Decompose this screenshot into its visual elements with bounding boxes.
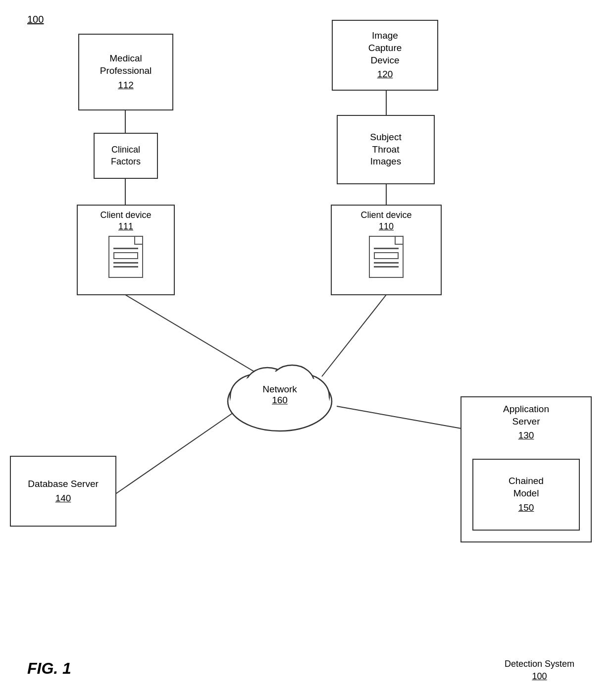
network-cloud: Network 160 [215, 347, 344, 438]
chained-model-label: ChainedModel [509, 475, 544, 499]
medical-professional-label: MedicalProfessional [100, 53, 152, 77]
figure-label: FIG. 1 [27, 659, 71, 678]
database-server-label: Database Server [28, 478, 99, 490]
medical-professional-box: MedicalProfessional 112 [78, 34, 173, 110]
client-device-110-label: Client device [360, 210, 411, 221]
client-device-110-box: Client device 110 [331, 205, 442, 295]
chained-model-number: 150 [518, 502, 534, 514]
clinical-factors-box: ClinicalFactors [94, 133, 158, 179]
image-capture-device-label: ImageCaptureDevice [368, 30, 402, 66]
client-device-111-label: Client device [100, 210, 151, 221]
network-number: 160 [262, 395, 297, 406]
client-device-111-box: Client device 111 [77, 205, 175, 295]
client-device-111-number: 111 [118, 221, 133, 232]
application-server-label: ApplicationServer [503, 403, 549, 428]
diagram-number: 100 [27, 14, 44, 25]
client-device-110-number: 110 [379, 221, 394, 232]
subject-throat-images-label: SubjectThroatImages [370, 131, 401, 168]
image-capture-device-box: ImageCaptureDevice 120 [332, 20, 438, 91]
database-server-box: Database Server 140 [10, 456, 116, 527]
application-server-number: 130 [518, 430, 534, 442]
subject-throat-images-box: SubjectThroatImages [337, 115, 435, 184]
image-capture-device-number: 120 [377, 68, 393, 81]
network-label: Network [262, 384, 297, 395]
svg-line-7 [337, 406, 475, 431]
clinical-factors-label: ClinicalFactors [111, 144, 141, 167]
application-server-box: ApplicationServer 130 ChainedModel 150 [460, 396, 592, 542]
medical-professional-number: 112 [118, 79, 134, 92]
database-server-number: 140 [55, 492, 71, 505]
detection-system-label: Detection System 100 [505, 658, 574, 683]
